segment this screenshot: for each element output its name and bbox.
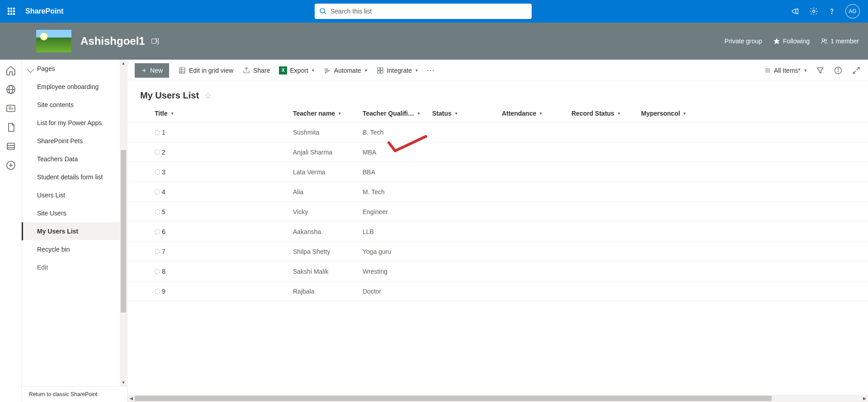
table-row[interactable]: 9RajbalaDoctor [127, 281, 868, 301]
loading-spinner-icon [155, 289, 160, 294]
column-header-mypersoncol[interactable]: Mypersoncol▾ [641, 110, 695, 117]
svg-point-2 [813, 10, 815, 13]
share-icon [242, 66, 250, 75]
sidenav-item-employee-onboarding[interactable]: Employee onboarding [22, 78, 127, 96]
table-row[interactable]: 1SushmitaB. Tech [127, 122, 868, 142]
scroll-right-icon[interactable]: ▶ [861, 395, 868, 402]
sidenav-item-users-list[interactable]: Users List [22, 186, 127, 204]
edit-grid-label: Edit in grid view [189, 67, 233, 74]
sidenav-scrollbar[interactable]: ▲ ▼ [120, 60, 127, 386]
integrate-icon [376, 66, 384, 75]
cell-teacher-name: Anjali Sharma [293, 149, 363, 156]
table-row[interactable]: 5VickyEngineer [127, 202, 868, 222]
integrate-button[interactable]: Integrate ▾ [376, 66, 418, 75]
table-row[interactable]: 7Shilpa ShettyYoga guru [127, 242, 868, 262]
table-row[interactable]: 6AakanshaLLB [127, 222, 868, 242]
sidenav-item-student-details[interactable]: Student details form list [22, 168, 127, 186]
follow-button[interactable]: Following [773, 37, 810, 45]
scroll-left-icon[interactable]: ◀ [127, 395, 135, 402]
view-selector[interactable]: All Items* ▾ [764, 67, 807, 74]
news-icon[interactable] [5, 103, 16, 114]
table-row[interactable]: 4AliaM. Tech [127, 182, 868, 202]
gear-icon[interactable] [809, 7, 818, 16]
cell-teacher-name: Rajbala [293, 288, 363, 295]
list-table: Title▾ Teacher name▾ Teacher Qualifi…▾ S… [127, 104, 868, 395]
column-header-attendance[interactable]: Attendance▾ [502, 110, 571, 117]
automate-label: Automate [334, 67, 361, 74]
sidenav-item-power-apps-list[interactable]: List for my Power Apps [22, 114, 127, 132]
export-button[interactable]: X Export ▾ [279, 66, 314, 75]
integrate-label: Integrate [387, 67, 412, 74]
expand-button[interactable] [852, 66, 861, 75]
site-header-actions: Private group Following 1 member [725, 37, 859, 45]
cell-title: 6 [162, 228, 165, 235]
column-header-record-status[interactable]: Record Status▾ [571, 110, 641, 117]
info-button[interactable] [834, 66, 843, 75]
loading-spinner-icon [155, 249, 160, 254]
share-button[interactable]: Share [242, 66, 270, 75]
favorite-star-button[interactable]: ☆ [204, 91, 212, 101]
automate-icon [323, 66, 331, 75]
column-header-title[interactable]: Title▾ [155, 110, 293, 117]
svg-rect-15 [7, 143, 14, 150]
cell-teacher-qualif: M. Tech [363, 188, 432, 196]
scrollbar-thumb[interactable] [135, 396, 772, 401]
app-launcher-button[interactable] [0, 0, 23, 23]
site-logo[interactable] [36, 30, 71, 52]
megaphone-icon[interactable] [791, 7, 800, 16]
sidenav-item-site-contents[interactable]: Site contents [22, 96, 127, 114]
column-header-teacher-qualif[interactable]: Teacher Qualifi…▾ [363, 110, 432, 117]
sidenav-item-sharepoint-pets[interactable]: SharePoint Pets [22, 132, 127, 150]
user-avatar[interactable]: AG [845, 4, 860, 19]
loading-spinner-icon [155, 229, 160, 234]
column-label: Teacher Qualifi… [363, 110, 414, 117]
scroll-up-icon[interactable]: ▲ [120, 60, 127, 67]
home-icon[interactable] [5, 65, 16, 76]
cell-title: 1 [162, 129, 165, 136]
column-header-teacher-name[interactable]: Teacher name▾ [293, 110, 363, 117]
table-row[interactable]: 3Lata VermaBBA [127, 162, 868, 182]
create-icon[interactable] [5, 160, 16, 171]
svg-point-7 [822, 39, 824, 41]
svg-rect-27 [377, 68, 380, 70]
chevron-down-icon: ▾ [804, 68, 807, 73]
export-label: Export [290, 67, 308, 74]
table-row[interactable]: 8Sakshi MalikWresting [127, 262, 868, 281]
chevron-down-icon: ▾ [171, 111, 174, 116]
search-box[interactable] [315, 4, 532, 19]
automate-button[interactable]: Automate ▾ [323, 66, 367, 75]
more-actions-button[interactable]: ··· [427, 65, 435, 75]
scrollbar-thumb[interactable] [121, 150, 126, 313]
search-input[interactable] [330, 8, 527, 15]
members-icon [821, 37, 828, 45]
svg-rect-12 [7, 105, 15, 112]
cell-teacher-name: Vicky [293, 208, 363, 215]
sidenav-item-my-users-list[interactable]: My Users List [22, 222, 127, 240]
sidenav-item-recycle-bin[interactable]: Recycle bin [22, 240, 127, 258]
globe-icon[interactable] [5, 84, 16, 95]
horizontal-scrollbar[interactable]: ◀ ▶ [127, 395, 868, 402]
members-button[interactable]: 1 member [821, 37, 859, 45]
members-label: 1 member [830, 37, 859, 45]
cell-teacher-name: Aakansha [293, 228, 363, 235]
svg-rect-4 [151, 39, 156, 43]
files-icon[interactable] [5, 122, 16, 133]
list-title: My Users List [140, 90, 199, 101]
new-button[interactable]: New [135, 63, 169, 78]
column-header-status[interactable]: Status▾ [432, 110, 502, 117]
sidenav-item-pages[interactable]: Pages [22, 60, 127, 78]
brand-label[interactable]: SharePoint [25, 7, 63, 15]
sidenav-item-site-users[interactable]: Site Users [22, 204, 127, 222]
edit-grid-button[interactable]: Edit in grid view [178, 66, 233, 75]
table-row[interactable]: 2Anjali SharmaMBA [127, 142, 868, 162]
site-name[interactable]: Ashishgoel1 [80, 35, 145, 47]
sidenav-item-edit[interactable]: Edit [22, 258, 127, 276]
column-label: Teacher name [293, 110, 335, 117]
filter-button[interactable] [816, 66, 825, 75]
scroll-down-icon[interactable]: ▼ [120, 379, 127, 386]
lists-icon[interactable] [5, 141, 16, 152]
help-icon[interactable] [827, 7, 836, 16]
teams-icon[interactable] [151, 37, 160, 46]
sidenav-item-teachers-data[interactable]: Teachers Data [22, 150, 127, 168]
return-classic-link[interactable]: Return to classic SharePoint [22, 386, 127, 402]
